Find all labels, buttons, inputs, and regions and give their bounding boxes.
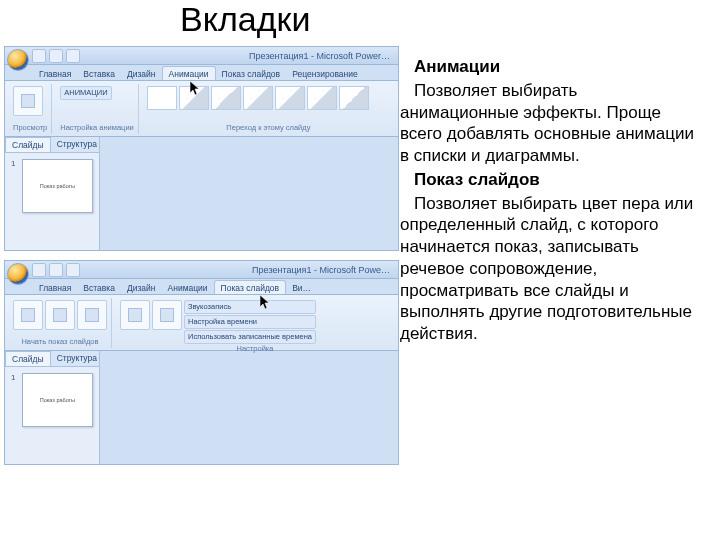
tab-slideshow[interactable]: Показ слайдов <box>216 67 287 80</box>
heading-slideshow: Показ слайдов <box>400 169 700 191</box>
from-start-button[interactable] <box>13 300 43 330</box>
gear-icon <box>128 308 142 322</box>
tab-home[interactable]: Главная <box>33 281 77 294</box>
page-title: Вкладки <box>180 0 310 39</box>
panel-tab-slides[interactable]: Слайды <box>5 137 51 152</box>
tab-slideshow[interactable]: Показ слайдов <box>214 280 287 294</box>
setup-show-button[interactable] <box>120 300 150 330</box>
slide-thumbnail[interactable]: Показ работы <box>22 159 93 213</box>
group-label-start: Начать показ слайдов <box>13 337 107 346</box>
group-setup: Звукозапись Настройка времени Использова… <box>116 298 394 348</box>
record-narration-button[interactable]: Звукозапись <box>184 300 316 314</box>
heading-animations: Анимации <box>400 56 700 78</box>
panel-tab-slides[interactable]: Слайды <box>5 351 51 366</box>
group-label-custom-anim: Настройка анимации <box>60 123 134 132</box>
paragraph-slideshow: Позволяет выбирать цвет пера или определ… <box>400 193 700 345</box>
ribbon-tabs: Главная Вставка Дизайн Анимации Показ сл… <box>5 65 398 81</box>
group-transition: Переход к этому слайду <box>143 84 394 134</box>
list-icon <box>85 308 99 322</box>
workspace: Слайды Структура 1 Показ работы <box>5 351 398 464</box>
qat-redo-icon[interactable] <box>66 49 80 63</box>
powerpoint-window-animations: Презентация1 - Microsoft Power… Главная … <box>4 46 399 251</box>
panel-tabs: Слайды Структура <box>5 137 99 153</box>
description-block: Анимации Позволяет выбирать анимационные… <box>400 56 700 347</box>
slide-thumbnail-row: 1 Показ работы <box>11 159 93 213</box>
from-current-button[interactable] <box>45 300 75 330</box>
group-preview: Просмотр <box>9 84 52 134</box>
panel-tab-outline[interactable]: Структура <box>51 137 103 152</box>
panel-tab-outline[interactable]: Структура <box>51 351 103 366</box>
qat-redo-icon[interactable] <box>66 263 80 277</box>
play-icon <box>53 308 67 322</box>
ribbon-tabs: Главная Вставка Дизайн Анимации Показ сл… <box>5 279 398 295</box>
office-button[interactable] <box>7 263 29 285</box>
hide-icon <box>160 308 174 322</box>
transition-item[interactable] <box>307 86 337 110</box>
tab-animations[interactable]: Анимации <box>162 66 216 80</box>
slide-canvas[interactable] <box>100 351 398 464</box>
slide-number: 1 <box>11 373 19 427</box>
window-title: Презентация1 - Microsoft Powe… <box>252 265 394 275</box>
group-custom-animation: АНИМАЦИИ Настройка анимации <box>56 84 139 134</box>
transition-item[interactable] <box>275 86 305 110</box>
custom-show-button[interactable] <box>77 300 107 330</box>
tab-insert[interactable]: Вставка <box>77 67 121 80</box>
slide-thumbnail-row: 1 Показ работы <box>11 373 93 427</box>
slides-panel: Слайды Структура 1 Показ работы <box>5 137 100 250</box>
qat-save-icon[interactable] <box>32 49 46 63</box>
transition-item[interactable] <box>211 86 241 110</box>
office-button[interactable] <box>7 49 29 71</box>
qat-save-icon[interactable] <box>32 263 46 277</box>
group-label-transition: Переход к этому слайду <box>147 123 390 132</box>
thumbnail-area: 1 Показ работы <box>5 153 99 250</box>
qat-undo-icon[interactable] <box>49 263 63 277</box>
ribbon-body: Начать показ слайдов Звукозапись Настрой… <box>5 295 398 351</box>
slide-canvas[interactable] <box>100 137 398 250</box>
panel-tabs: Слайды Структура <box>5 351 99 367</box>
workspace: Слайды Структура 1 Показ работы <box>5 137 398 250</box>
qat-undo-icon[interactable] <box>49 49 63 63</box>
slides-panel: Слайды Структура 1 Показ работы <box>5 351 100 464</box>
tab-design[interactable]: Дизайн <box>121 67 162 80</box>
powerpoint-window-slideshow: Презентация1 - Microsoft Powe… Главная В… <box>4 260 399 465</box>
slide-number: 1 <box>11 159 19 213</box>
group-start-slideshow: Начать показ слайдов <box>9 298 112 348</box>
paragraph-animations: Позволяет выбирать анимационные эффекты.… <box>400 80 700 167</box>
tab-insert[interactable]: Вставка <box>77 281 121 294</box>
title-bar: Презентация1 - Microsoft Powe… <box>5 261 398 279</box>
slide-thumbnail[interactable]: Показ работы <box>22 373 93 427</box>
tab-animations[interactable]: Анимации <box>162 281 214 294</box>
window-title: Презентация1 - Microsoft Power… <box>249 51 394 61</box>
play-icon <box>21 308 35 322</box>
tab-home[interactable]: Главная <box>33 67 77 80</box>
rehearse-timings-button[interactable]: Настройка времени <box>184 315 316 329</box>
preview-icon <box>21 94 35 108</box>
transition-item[interactable] <box>339 86 369 110</box>
preview-button[interactable] <box>13 86 43 116</box>
use-timings-checkbox[interactable]: Использовать записанные времена <box>184 330 316 344</box>
tab-review[interactable]: Ви… <box>286 281 317 294</box>
transition-item[interactable] <box>243 86 273 110</box>
group-label-preview: Просмотр <box>13 123 47 132</box>
group-label-setup: Настройка <box>120 344 390 353</box>
tab-review[interactable]: Рецензирование <box>286 67 364 80</box>
animations-dropdown[interactable]: АНИМАЦИИ <box>60 86 111 100</box>
transition-none[interactable] <box>147 86 177 110</box>
hide-slide-button[interactable] <box>152 300 182 330</box>
title-bar: Презентация1 - Microsoft Power… <box>5 47 398 65</box>
tab-design[interactable]: Дизайн <box>121 281 162 294</box>
thumbnail-area: 1 Показ работы <box>5 367 99 464</box>
